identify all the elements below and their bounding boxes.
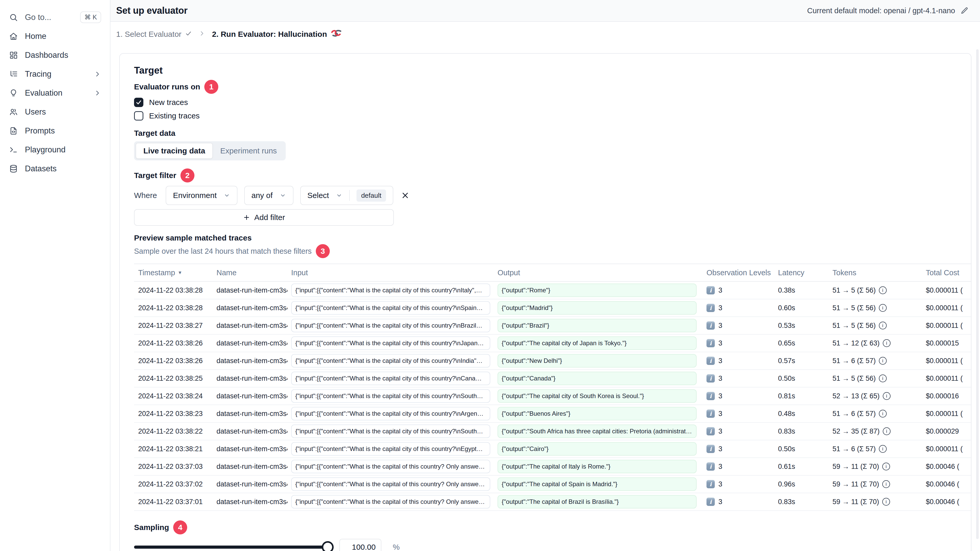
info-circle-icon[interactable]: i bbox=[879, 357, 887, 365]
filter-value-chip: default bbox=[356, 189, 386, 202]
sidebar-item-prompts[interactable]: Prompts bbox=[0, 121, 110, 140]
cell-observation-levels: i3 bbox=[700, 480, 772, 488]
input-chip[interactable]: {"input":[{"content":"What is the capita… bbox=[291, 301, 490, 314]
table-row[interactable]: 2024-11-22 03:38:25dataset-run-item-cm3s… bbox=[134, 370, 971, 387]
tab-experiment-runs[interactable]: Experiment runs bbox=[213, 143, 284, 158]
input-chip[interactable]: {"input":[{"content":"What is the capita… bbox=[291, 284, 490, 297]
filter-operator-select[interactable]: any of bbox=[244, 186, 293, 205]
input-chip[interactable]: {"input":[{"content":"What is the capita… bbox=[291, 407, 490, 420]
info-circle-icon[interactable]: i bbox=[883, 427, 891, 435]
observation-level-count: 3 bbox=[718, 357, 722, 365]
input-chip[interactable]: {"input":[{"content":"What is the capita… bbox=[291, 354, 490, 367]
cell-timestamp: 2024-11-22 03:38:22 bbox=[134, 427, 213, 435]
input-chip[interactable]: {"input":[{"content":"What is the capita… bbox=[291, 460, 490, 473]
table-row[interactable]: 2024-11-22 03:38:23dataset-run-item-cm3s… bbox=[134, 405, 971, 423]
sidebar: Go to... ⌘ K HomeDashboardsTracingEvalua… bbox=[0, 0, 110, 551]
info-circle-icon[interactable]: i bbox=[882, 498, 890, 506]
table-row[interactable]: 2024-11-22 03:38:21dataset-run-item-cm3s… bbox=[134, 440, 971, 458]
search-icon bbox=[9, 13, 18, 22]
info-square-icon: i bbox=[706, 410, 715, 418]
output-chip[interactable]: {"output":"The capital of Brazil is Bras… bbox=[498, 495, 697, 508]
input-chip[interactable]: {"input":[{"content":"What is the capita… bbox=[291, 319, 490, 332]
input-chip[interactable]: {"input":[{"content":"What is the capita… bbox=[291, 337, 490, 350]
sidebar-item-datasets[interactable]: Datasets bbox=[0, 159, 110, 178]
input-chip[interactable]: {"input":[{"content":"What is the capita… bbox=[291, 495, 490, 508]
output-chip[interactable]: {"output":"New Delhi"} bbox=[498, 354, 697, 367]
info-circle-icon[interactable]: i bbox=[879, 410, 887, 418]
window-scrollbar[interactable] bbox=[976, 49, 979, 539]
output-chip[interactable]: {"output":"The capital city of Japan is … bbox=[498, 337, 697, 350]
output-chip[interactable]: {"output":"Rome"} bbox=[498, 284, 697, 297]
input-chip[interactable]: {"input":[{"content":"What is the capita… bbox=[291, 442, 490, 456]
edit-model-icon[interactable] bbox=[960, 6, 969, 15]
goto-search[interactable]: Go to... ⌘ K bbox=[0, 8, 110, 27]
sidebar-item-tracing[interactable]: Tracing bbox=[0, 65, 110, 83]
target-card: Target Evaluator runs on 1 New traces Ex… bbox=[119, 53, 972, 551]
sidebar-item-dashboards[interactable]: Dashboards bbox=[0, 46, 110, 65]
table-row[interactable]: 2024-11-22 03:38:28dataset-run-item-cm3s… bbox=[134, 282, 971, 299]
table-row[interactable]: 2024-11-22 03:37:02dataset-run-item-cm3s… bbox=[134, 476, 971, 493]
output-chip[interactable]: {"output":"Madrid"} bbox=[498, 301, 697, 314]
sidebar-item-users[interactable]: Users bbox=[0, 102, 110, 121]
table-row[interactable]: 2024-11-22 03:38:28dataset-run-item-cm3s… bbox=[134, 299, 971, 317]
tab-live-tracing-data[interactable]: Live tracing data bbox=[135, 143, 213, 159]
output-chip[interactable]: {"output":"Cairo"} bbox=[498, 442, 697, 456]
column-header-timestamp[interactable]: Timestamp▼ bbox=[134, 268, 213, 277]
checkbox-icon[interactable] bbox=[134, 111, 143, 121]
input-chip[interactable]: {"input":[{"content":"What is the capita… bbox=[291, 389, 490, 403]
output-chip[interactable]: {"output":"The capital city of South Kor… bbox=[498, 389, 697, 403]
slider-handle[interactable] bbox=[322, 541, 334, 551]
column-header-latency: Latency bbox=[772, 268, 826, 277]
cell-total-cost: $0.00046 ( bbox=[920, 463, 971, 471]
info-circle-icon[interactable]: i bbox=[883, 339, 891, 347]
info-circle-icon[interactable]: i bbox=[879, 304, 887, 312]
output-chip[interactable]: {"output":"Brazil"} bbox=[498, 319, 697, 332]
table-row[interactable]: 2024-11-22 03:38:24dataset-run-item-cm3s… bbox=[134, 387, 971, 405]
table-header-row: Timestamp▼ Name Input Output Observation… bbox=[134, 264, 971, 282]
table-body: 2024-11-22 03:38:28dataset-run-item-cm3s… bbox=[134, 282, 971, 511]
info-circle-icon[interactable]: i bbox=[879, 445, 887, 453]
table-row[interactable]: 2024-11-22 03:37:01dataset-run-item-cm3s… bbox=[134, 493, 971, 511]
info-circle-icon[interactable]: i bbox=[879, 322, 887, 329]
table-row[interactable]: 2024-11-22 03:38:27dataset-run-item-cm3s… bbox=[134, 317, 971, 335]
main-area: Set up evaluator Current default model: … bbox=[110, 0, 980, 551]
checkbox-existing-traces[interactable]: Existing traces bbox=[134, 109, 971, 122]
filter-field-select[interactable]: Environment bbox=[165, 186, 237, 205]
sidebar-item-evaluation[interactable]: Evaluation bbox=[0, 83, 110, 102]
breadcrumb-step-1[interactable]: 1. Select Evaluator bbox=[116, 30, 192, 39]
sidebar-item-playground[interactable]: Playground bbox=[0, 140, 110, 159]
sidebar-item-home[interactable]: Home bbox=[0, 27, 110, 46]
add-filter-button[interactable]: Add filter bbox=[134, 209, 394, 226]
table-row[interactable]: 2024-11-22 03:38:26dataset-run-item-cm3s… bbox=[134, 335, 971, 352]
info-circle-icon[interactable]: i bbox=[882, 463, 890, 470]
output-chip[interactable]: {"output":"Buenos Aires"} bbox=[498, 407, 697, 420]
table-row[interactable]: 2024-11-22 03:38:22dataset-run-item-cm3s… bbox=[134, 423, 971, 440]
sidebar-item-label: Dashboards bbox=[25, 51, 68, 60]
input-chip[interactable]: {"input":[{"content":"What is the capita… bbox=[291, 424, 490, 438]
output-chip[interactable]: {"output":"The capital of Italy is Rome.… bbox=[498, 460, 697, 473]
input-chip[interactable]: {"input":[{"content":"What is the capita… bbox=[291, 372, 490, 385]
observation-level-count: 3 bbox=[718, 392, 722, 400]
info-circle-icon[interactable]: i bbox=[883, 392, 891, 400]
info-circle-icon[interactable]: i bbox=[879, 375, 887, 382]
checkbox-icon[interactable] bbox=[134, 98, 143, 107]
table-row[interactable]: 2024-11-22 03:38:26dataset-run-item-cm3s… bbox=[134, 352, 971, 370]
table-row[interactable]: 2024-11-22 03:37:03dataset-run-item-cm3s… bbox=[134, 458, 971, 476]
step-badge-3: 3 bbox=[316, 244, 330, 258]
info-circle-icon[interactable]: i bbox=[882, 480, 890, 488]
output-chip[interactable]: {"output":"Canada"} bbox=[498, 372, 697, 385]
filter-value-select[interactable]: Select default bbox=[300, 186, 393, 205]
observation-level-count: 3 bbox=[718, 480, 722, 488]
output-chip[interactable]: {"output":"South Africa has three capita… bbox=[498, 424, 697, 438]
sampling-value-input[interactable]: 100.00 bbox=[339, 539, 381, 551]
cell-tokens: 51 → 5 (Σ 56)i bbox=[826, 286, 920, 294]
checkbox-new-traces[interactable]: New traces bbox=[134, 95, 971, 109]
remove-filter-button[interactable] bbox=[401, 191, 409, 200]
info-circle-icon[interactable]: i bbox=[879, 286, 887, 294]
cell-output: {"output":"The capital city of South Kor… bbox=[494, 389, 700, 403]
sampling-slider[interactable] bbox=[134, 546, 328, 549]
input-chip[interactable]: {"input":[{"content":"What is the capita… bbox=[291, 477, 490, 491]
output-chip[interactable]: {"output":"The capital of Spain is Madri… bbox=[498, 477, 697, 491]
cell-timestamp: 2024-11-22 03:38:28 bbox=[134, 304, 213, 312]
cell-input: {"input":[{"content":"What is the capita… bbox=[288, 354, 494, 367]
